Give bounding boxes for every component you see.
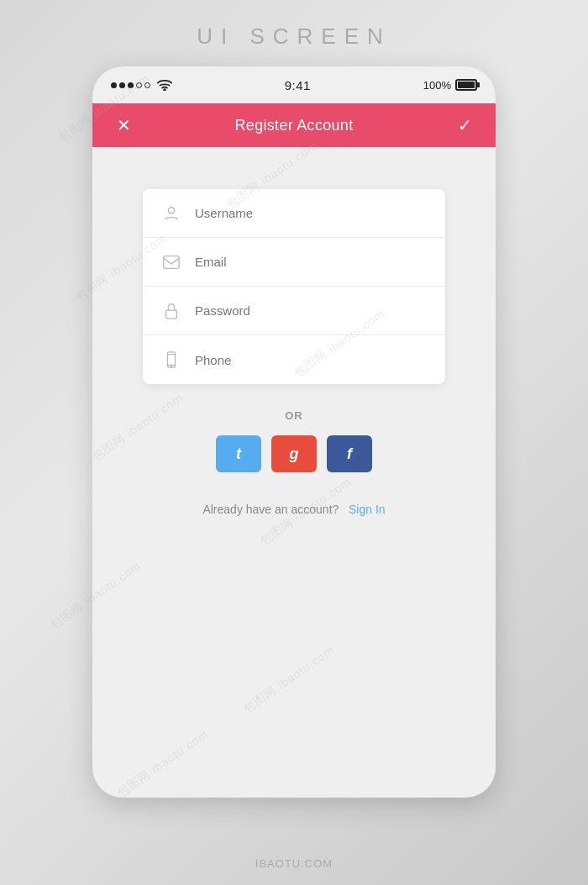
- svg-point-0: [164, 89, 165, 91]
- username-input[interactable]: [195, 206, 428, 220]
- svg-rect-3: [166, 310, 177, 319]
- email-icon: [160, 250, 183, 274]
- content-area: OR t g f Already have an account? Sign I…: [92, 147, 496, 798]
- confirm-button[interactable]: ✓: [452, 115, 477, 135]
- signal-dot-2: [119, 82, 125, 88]
- facebook-button[interactable]: f: [327, 435, 372, 472]
- user-icon: [160, 202, 183, 225]
- wifi-icon: [157, 79, 172, 91]
- bottom-label: IBAOTU.COM: [255, 857, 333, 885]
- status-right: 100%: [423, 79, 477, 92]
- battery-percent: 100%: [423, 79, 451, 92]
- password-input[interactable]: [195, 303, 428, 318]
- signal-dot-4: [136, 82, 142, 88]
- phone-icon: [160, 348, 183, 371]
- signal-dot-1: [111, 82, 117, 88]
- email-field-row: [143, 238, 445, 287]
- battery-icon: [455, 79, 477, 91]
- status-time: 9:41: [285, 78, 311, 92]
- signal-dot-5: [144, 82, 150, 88]
- signal-dot-3: [128, 82, 134, 88]
- phone-field-row: [143, 335, 445, 384]
- signin-text: Already have an account? Sign In: [202, 503, 385, 516]
- or-divider: OR: [285, 409, 303, 422]
- lock-icon: [160, 299, 183, 323]
- signin-link[interactable]: Sign In: [349, 503, 386, 516]
- twitter-button[interactable]: t: [216, 435, 261, 472]
- social-buttons: t g f: [216, 435, 372, 472]
- svg-rect-2: [164, 255, 179, 268]
- form-card: [143, 189, 445, 384]
- password-field-row: [143, 287, 445, 335]
- close-button[interactable]: ✕: [111, 115, 136, 135]
- header-title: Register Account: [235, 117, 354, 134]
- status-bar: 9:41 100%: [92, 66, 496, 103]
- header-bar: ✕ Register Account ✓: [92, 103, 496, 147]
- google-button[interactable]: g: [271, 435, 317, 472]
- phone-input[interactable]: [195, 353, 428, 367]
- ui-screen-label: UI SCREEN: [197, 24, 391, 50]
- email-input[interactable]: [195, 255, 428, 269]
- svg-point-1: [168, 207, 174, 213]
- svg-point-7: [171, 366, 171, 367]
- signal-indicators: [111, 79, 172, 91]
- username-field: [143, 189, 445, 238]
- signin-prompt: Already have an account?: [202, 503, 339, 516]
- phone-frame: 9:41 100% ✕ Register Account ✓: [92, 66, 496, 798]
- battery-fill: [458, 82, 475, 88]
